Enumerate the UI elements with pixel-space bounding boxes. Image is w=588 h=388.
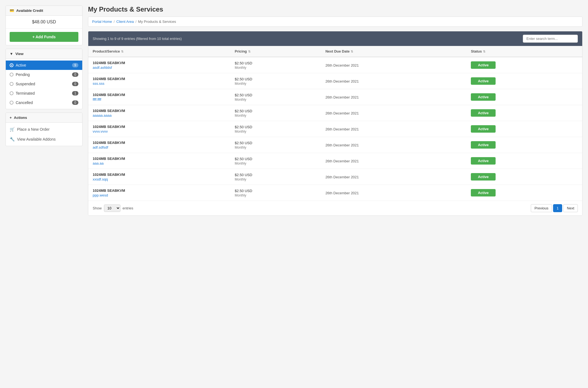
table-row: 1024MB SEABKVM aaa.aa $2.50 USD Monthly … [88,153,582,169]
col-next-due-date[interactable]: Next Due Date⇅ [321,46,466,57]
pricing-period: Monthly [235,98,246,102]
status-cell: Active [466,137,582,153]
product-cell: 1024MB SEABKVM aaaaa.aaaa [88,105,230,121]
view-item-label: Terminated [16,91,70,95]
pricing-text: $2.50 USD [235,77,252,81]
view-item-pending[interactable]: Pending 0 [6,70,82,79]
action-item[interactable]: 🔧 View Available Addons [6,134,82,144]
table-row: 1024MB SEABKVM ppp.wesd $2.50 USD Monthl… [88,185,582,201]
due-date-cell: 26th December 2021 [321,185,466,201]
status-cell: Active [466,153,582,169]
status-badge: Active [471,61,496,69]
table-row: 1024MB SEABKVM xxsdf.sqq $2.50 USD Month… [88,169,582,185]
view-item-label: Cancelled [16,100,70,105]
view-item-terminated[interactable]: Terminated 1 [6,89,82,98]
status-cell: Active [466,105,582,121]
pricing-text: $2.50 USD [235,93,252,97]
product-link[interactable]: ffff.ffff [93,97,226,102]
view-item-suspended[interactable]: Suspended 0 [6,79,82,89]
action-icon: 🛒 [10,127,15,132]
view-radio [10,82,13,86]
credit-value: $48.00 USD [6,16,82,29]
show-label: Show [93,206,102,210]
status-cell: Active [466,73,582,89]
product-link[interactable]: asdf.asfddsf [93,65,226,70]
view-item-count: 9 [72,63,78,67]
view-radio [10,91,13,95]
status-cell: Active [466,121,582,137]
pagination: Previous1Next [531,204,578,212]
view-item-cancelled[interactable]: Cancelled 0 [6,98,82,107]
due-date: 26th December 2021 [325,159,359,163]
view-item-active[interactable]: Active 9 [6,61,82,70]
pricing-cell: $2.50 USD Monthly [230,153,321,169]
product-cell: 1024MB SEABKVM xxsdf.sqq [88,169,230,185]
product-cell: 1024MB SEABKVM adf.sdfsdf [88,137,230,153]
due-date-cell: 26th December 2021 [321,57,466,73]
status-badge: Active [471,141,496,149]
product-name: 1024MB SEABKVM [93,188,125,193]
action-icon: 🔧 [10,137,15,142]
pricing-period: Monthly [235,162,246,165]
action-label: Place a New Order [17,127,50,132]
pricing-period: Monthly [235,114,246,118]
col-pricing[interactable]: Pricing⇅ [230,46,321,57]
product-link[interactable]: sss.sss [93,81,226,86]
status-cell: Active [466,57,582,73]
status-badge: Active [471,157,496,165]
product-name: 1024MB SEABKVM [93,109,125,113]
add-funds-button[interactable]: + Add Funds [10,32,78,42]
pricing-text: $2.50 USD [235,109,252,113]
next-button[interactable]: Next [563,204,578,212]
view-list: Active 9 Pending 0 Suspended 0 Terminate… [6,59,82,109]
col-status[interactable]: Status⇅ [466,46,582,57]
pricing-text: $2.50 USD [235,141,252,145]
entries-label: entries [123,206,133,210]
product-link[interactable]: xxsdf.sqq [93,177,226,181]
search-input[interactable] [523,35,578,43]
col-product/service[interactable]: Product/Service⇅ [88,46,230,57]
page-title: My Products & Services [88,6,582,13]
pricing-period: Monthly [235,193,246,197]
due-date: 26th December 2021 [325,79,359,83]
pricing-text: $2.50 USD [235,173,252,177]
breadcrumb-area[interactable]: Client Area [116,20,134,24]
current-page-button[interactable]: 1 [553,204,562,212]
breadcrumb-sep-1: / [114,20,115,24]
pricing-period: Monthly [235,82,246,86]
actions-card: + Actions 🛒 Place a New Order 🔧 View Ava… [6,113,83,146]
due-date: 26th December 2021 [325,111,359,115]
entries-select[interactable]: 102550100 [104,204,120,212]
action-item[interactable]: 🛒 Place a New Order [6,124,82,134]
credit-header: 💳 Available Credit [6,6,82,16]
view-title: View [15,52,23,56]
pricing-cell: $2.50 USD Monthly [230,137,321,153]
table-info: Showing 1 to 9 of 9 entries (filtered fr… [93,37,182,41]
view-header: ▼ View [6,49,82,59]
credit-title: Available Credit [16,9,43,13]
product-link[interactable]: aaa.aa [93,161,226,165]
product-name: 1024MB SEABKVM [93,93,125,97]
product-link[interactable]: aaaaa.aaaa [93,113,226,118]
breadcrumb-home[interactable]: Portal Home [92,20,112,24]
sort-icon: ⇅ [121,50,123,53]
product-cell: 1024MB SEABKVM vvvv.vvvv [88,121,230,137]
product-link[interactable]: adf.sdfsdf [93,145,226,149]
status-badge: Active [471,125,496,133]
product-link[interactable]: vvvv.vvvv [93,129,226,133]
product-cell: 1024MB SEABKVM ffff.ffff [88,89,230,105]
table-header-bar: Showing 1 to 9 of 9 entries (filtered fr… [88,31,582,46]
table-footer: Show 102550100 entries Previous1Next [88,201,582,215]
breadcrumb-current: My Products & Services [138,20,176,24]
product-cell: 1024MB SEABKVM ppp.wesd [88,185,230,201]
due-date-cell: 26th December 2021 [321,169,466,185]
table-head: Product/Service⇅Pricing⇅Next Due Date⇅St… [88,46,582,57]
pricing-cell: $2.50 USD Monthly [230,73,321,89]
prev-button[interactable]: Previous [531,204,552,212]
status-badge: Active [471,173,496,181]
product-name: 1024MB SEABKVM [93,157,125,161]
due-date: 26th December 2021 [325,191,359,195]
due-date: 26th December 2021 [325,63,359,67]
due-date-cell: 26th December 2021 [321,73,466,89]
product-link[interactable]: ppp.wesd [93,193,226,197]
